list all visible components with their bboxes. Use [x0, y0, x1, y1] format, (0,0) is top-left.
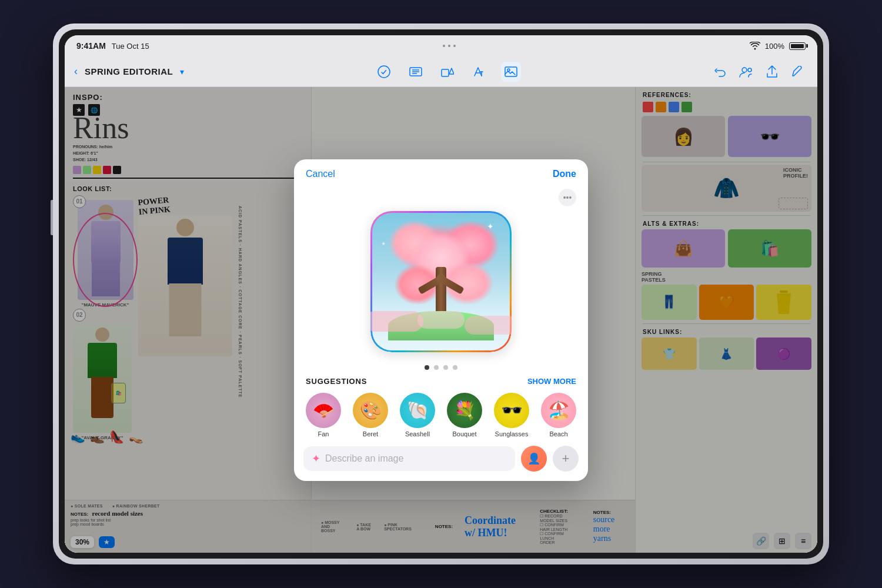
beach-emoji: 🏖️ [548, 400, 570, 420]
suggestions-header: SUGGESTIONS SHOW MORE [306, 377, 576, 386]
more-options-button[interactable]: ••• [559, 189, 576, 206]
ai-generated-image: ✦ ✦ [370, 211, 512, 352]
dot-4 [453, 365, 457, 370]
dot-1 [425, 365, 429, 370]
cancel-button[interactable]: Cancel [306, 169, 335, 179]
svg-point-9 [742, 68, 747, 72]
status-center [443, 45, 456, 47]
beret-label: Beret [363, 430, 378, 437]
beret-emoji: 🎨 [360, 400, 382, 420]
dot-2 [434, 365, 439, 370]
bouquet-icon: 💐 [447, 393, 482, 428]
suggestion-sunglasses[interactable]: 🕶️ Sunglasses [494, 393, 529, 437]
svg-point-10 [748, 68, 751, 72]
battery-percent: 100% [765, 42, 784, 51]
toolbar: ‹ SPRING EDITORIAL ▾ [65, 56, 817, 87]
modal-header: Cancel Done [294, 159, 588, 179]
toolbar-left: ‹ SPRING EDITORIAL ▾ [74, 65, 184, 78]
more-dots-icon: ••• [563, 193, 572, 202]
done-button[interactable]: Done [553, 169, 576, 179]
ipad-device: 9:41AM Tue Oct 15 100% [53, 24, 829, 564]
sunglasses-icon: 🕶️ [494, 393, 529, 428]
suggestion-seashell[interactable]: 🐚 Seashell [400, 393, 435, 437]
show-more-button[interactable]: SHOW MORE [527, 377, 576, 386]
image-tool-button[interactable] [501, 62, 521, 82]
add-button[interactable]: + [553, 446, 579, 472]
ipad-bezel: 9:41AM Tue Oct 15 100% [59, 29, 823, 559]
sparkle-1: ✦ [487, 222, 494, 231]
suggestion-bouquet[interactable]: 💐 Bouquet [447, 393, 482, 437]
beret-icon: 🎨 [353, 393, 388, 428]
edit-mode-button[interactable] [788, 62, 808, 82]
back-button[interactable]: ‹ [74, 65, 78, 78]
modal-image-area: ••• [294, 179, 588, 358]
suggestions-row: 🪭 Fan 🎨 Beret [306, 393, 576, 437]
cloud-left [370, 311, 423, 332]
bouquet-emoji: 💐 [454, 400, 476, 420]
svg-point-0 [378, 66, 390, 78]
toolbar-center-icons [189, 62, 706, 82]
sunglasses-emoji: 🕶️ [501, 400, 523, 420]
sunglasses-label: Sunglasses [495, 430, 529, 437]
wifi-icon [750, 42, 760, 50]
ai-search-icon: ✦ [312, 452, 320, 465]
person-button[interactable]: 👤 [521, 446, 547, 472]
status-date: Tue Oct 15 [112, 42, 149, 51]
textbox-tool-button[interactable] [406, 62, 426, 82]
document-title: SPRING EDITORIAL [85, 66, 173, 76]
seashell-icon: 🐚 [400, 393, 435, 428]
suggestions-section: SUGGESTIONS SHOW MORE 🪭 Fan [294, 377, 588, 446]
toolbar-right-icons [710, 62, 808, 82]
modal-overlay: Cancel Done ••• [65, 87, 817, 553]
seashell-label: Seashell [405, 430, 430, 437]
sparkle-2: ✦ [381, 240, 386, 247]
pen-tool-button[interactable] [374, 62, 394, 82]
search-input-container[interactable]: ✦ Describe an image [303, 446, 515, 471]
collaborate-button[interactable] [736, 62, 756, 82]
cloud-right [465, 316, 512, 335]
svg-rect-5 [442, 69, 449, 76]
undo-button[interactable] [710, 62, 730, 82]
person-icon: 👤 [527, 452, 540, 465]
beach-label: Beach [549, 430, 567, 437]
cloud-center [417, 311, 465, 329]
status-time: 9:41AM [76, 41, 106, 51]
fan-emoji: 🪭 [313, 400, 335, 420]
pagination-dots [294, 358, 588, 377]
fan-label: Fan [318, 430, 329, 437]
share-button[interactable] [762, 62, 782, 82]
fan-icon: 🪭 [306, 393, 341, 428]
suggestions-title: SUGGESTIONS [306, 377, 367, 386]
suggestion-beach[interactable]: 🏖️ Beach [541, 393, 576, 437]
ipad-screen: 9:41AM Tue Oct 15 100% [65, 35, 817, 553]
bouquet-label: Bouquet [453, 430, 477, 437]
beach-icon: 🏖️ [541, 393, 576, 428]
shapes-tool-button[interactable] [437, 62, 457, 82]
plus-icon: + [562, 452, 570, 465]
image-picker-modal: Cancel Done ••• [294, 159, 588, 481]
main-content: INSPO: ★ 🌐 Rins [65, 87, 817, 553]
search-placeholder-text: Describe an image [325, 453, 403, 464]
seashell-emoji: 🐚 [407, 400, 429, 420]
status-bar: 9:41AM Tue Oct 15 100% [65, 35, 817, 56]
title-chevron-icon[interactable]: ▾ [180, 67, 184, 76]
suggestion-beret[interactable]: 🎨 Beret [353, 393, 388, 437]
suggestion-fan[interactable]: 🪭 Fan [306, 393, 341, 437]
battery-icon [789, 42, 806, 50]
dot-3 [443, 365, 448, 370]
search-bar-row: ✦ Describe an image 👤 + [294, 446, 588, 481]
text-style-button[interactable] [469, 62, 489, 82]
status-right-icons: 100% [750, 42, 806, 51]
